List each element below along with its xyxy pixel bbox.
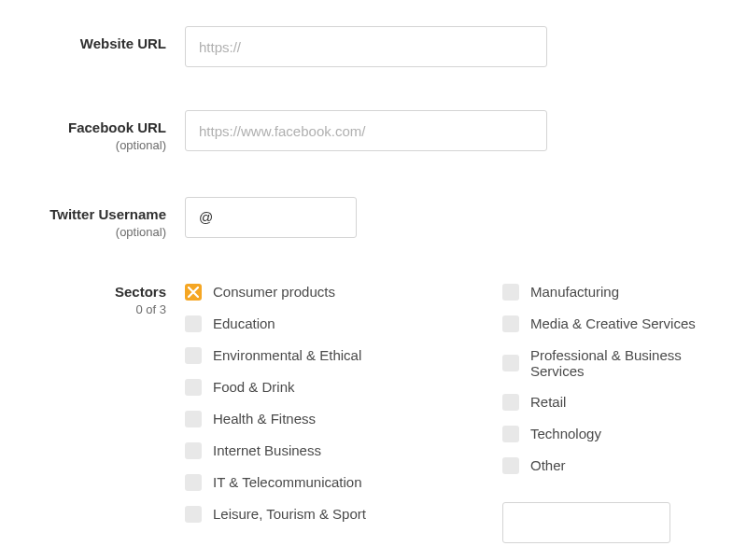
label-sectors: Sectors xyxy=(0,284,166,301)
website-input[interactable] xyxy=(185,26,547,67)
checkbox-icon xyxy=(185,474,202,491)
checkbox-checked-icon xyxy=(185,284,202,301)
label-facebook-sub: (optional) xyxy=(0,138,166,154)
label-facebook: Facebook URL xyxy=(0,119,166,136)
sector-checkbox[interactable]: Food & Drink xyxy=(185,379,390,396)
sector-checkbox[interactable]: Other xyxy=(502,457,708,474)
sector-label: Environmental & Ethical xyxy=(213,347,361,363)
sector-label: Health & Fitness xyxy=(213,411,316,427)
field-col-facebook xyxy=(185,110,747,151)
checkbox-icon xyxy=(502,457,519,474)
sector-other-input[interactable] xyxy=(502,502,670,543)
sector-checkbox[interactable]: Education xyxy=(185,315,390,332)
checkbox-icon xyxy=(502,284,519,301)
field-col-website xyxy=(185,26,747,67)
label-col-facebook: Facebook URL (optional) xyxy=(0,110,185,154)
label-website: Website URL xyxy=(0,35,166,52)
checkbox-icon xyxy=(502,426,519,442)
checkbox-icon xyxy=(185,506,202,523)
sector-label: Professional & Business Services xyxy=(530,347,708,379)
label-col-website: Website URL xyxy=(0,26,185,52)
row-twitter: Twitter Username (optional) @ xyxy=(0,197,747,241)
sector-label: Technology xyxy=(530,426,601,441)
label-twitter: Twitter Username xyxy=(0,206,166,223)
sector-label: Retail xyxy=(530,394,566,410)
facebook-input[interactable] xyxy=(185,110,547,151)
twitter-input-wrap[interactable]: @ xyxy=(185,197,357,238)
field-col-twitter: @ xyxy=(185,197,747,238)
sector-label: IT & Telecommunication xyxy=(213,474,362,490)
sectors-counter: 0 of 3 xyxy=(0,302,166,318)
checkbox-icon xyxy=(502,355,519,371)
sectors-grid: Consumer productsEducationEnvironmental … xyxy=(185,284,747,543)
checkbox-icon xyxy=(502,394,519,411)
sector-label: Consumer products xyxy=(213,284,335,300)
sector-checkbox[interactable]: Professional & Business Services xyxy=(502,347,708,379)
sector-label: Media & Creative Services xyxy=(530,315,696,331)
twitter-prefix: @ xyxy=(199,209,213,225)
checkbox-icon xyxy=(185,379,202,396)
sector-label: Education xyxy=(213,315,275,331)
checkbox-icon xyxy=(185,315,202,332)
checkbox-icon xyxy=(185,347,202,364)
checkbox-icon xyxy=(185,442,202,459)
sector-label: Food & Drink xyxy=(213,379,295,395)
checkbox-icon xyxy=(185,411,202,427)
sector-checkbox[interactable]: Internet Business xyxy=(185,442,390,459)
sector-checkbox[interactable]: Leisure, Tourism & Sport xyxy=(185,506,390,523)
twitter-input[interactable] xyxy=(218,208,400,226)
row-sectors: Sectors 0 of 3 Consumer productsEducatio… xyxy=(0,284,747,543)
sector-checkbox[interactable]: Technology xyxy=(502,426,708,442)
sector-checkbox[interactable]: Manufacturing xyxy=(502,284,708,301)
sectors-col-left: Consumer productsEducationEnvironmental … xyxy=(185,284,390,543)
sectors-col-right: ManufacturingMedia & Creative ServicesPr… xyxy=(502,284,708,543)
sector-checkbox[interactable]: Environmental & Ethical xyxy=(185,347,390,364)
sector-checkbox[interactable]: Retail xyxy=(502,394,708,411)
field-col-sectors: Consumer productsEducationEnvironmental … xyxy=(185,284,747,543)
checkbox-icon xyxy=(502,315,519,332)
label-col-twitter: Twitter Username (optional) xyxy=(0,197,185,241)
sector-checkbox[interactable]: IT & Telecommunication xyxy=(185,474,390,491)
row-website: Website URL xyxy=(0,26,747,67)
sector-label: Manufacturing xyxy=(530,284,619,300)
sector-checkbox[interactable]: Health & Fitness xyxy=(185,411,390,427)
label-col-sectors: Sectors 0 of 3 xyxy=(0,284,185,318)
sector-label: Leisure, Tourism & Sport xyxy=(213,506,366,522)
sector-label: Internet Business xyxy=(213,442,321,458)
row-facebook: Facebook URL (optional) xyxy=(0,110,747,154)
sector-checkbox[interactable]: Media & Creative Services xyxy=(502,315,708,332)
business-form: Website URL Facebook URL (optional) Twit… xyxy=(0,0,747,560)
label-twitter-sub: (optional) xyxy=(0,225,166,241)
sector-label: Other xyxy=(530,457,566,473)
sector-checkbox[interactable]: Consumer products xyxy=(185,284,390,301)
